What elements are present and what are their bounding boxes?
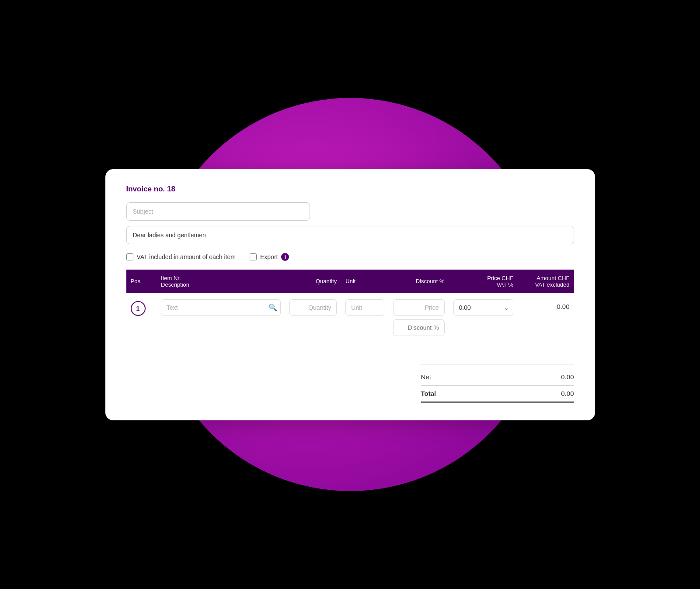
header-pos: Pos xyxy=(126,270,157,293)
total-label: Total xyxy=(421,390,436,397)
discount-price-stack xyxy=(393,299,445,336)
info-icon[interactable]: i xyxy=(281,253,289,261)
net-value: 0.00 xyxy=(561,373,574,381)
totals-section: Net 0.00 Total 0.00 xyxy=(421,351,574,403)
total-value: 0.00 xyxy=(561,390,574,397)
search-icon: 🔍 xyxy=(268,303,277,312)
cell-item: 🔍 xyxy=(157,293,285,342)
total-row: Total 0.00 xyxy=(421,385,574,403)
header-unit: Unit xyxy=(341,270,388,293)
quantity-input[interactable] xyxy=(289,299,337,316)
header-quantity: Quantity xyxy=(285,270,341,293)
export-checkbox[interactable] xyxy=(250,253,257,260)
table-header-row: Pos Item Nr. Description Quantity Unit D… xyxy=(126,270,574,293)
net-row: Net 0.00 xyxy=(421,369,574,385)
subject-input[interactable] xyxy=(126,202,310,221)
cell-discount-price xyxy=(389,293,449,342)
header-price: Price CHF VAT % xyxy=(449,270,518,293)
item-search-button[interactable]: 🔍 xyxy=(268,303,277,312)
price-input[interactable] xyxy=(393,299,445,316)
cell-quantity xyxy=(285,293,341,342)
item-text-input[interactable] xyxy=(161,299,281,316)
cell-pos: 1 xyxy=(126,293,157,342)
invoice-title: Invoice no. 18 xyxy=(126,185,574,194)
vat-select[interactable]: 0.00 2.50 7.70 xyxy=(453,299,513,316)
vat-checkbox[interactable] xyxy=(126,253,133,260)
invoice-table: Pos Item Nr. Description Quantity Unit D… xyxy=(126,270,574,342)
text-input-wrap: 🔍 xyxy=(161,299,281,316)
greeting-input[interactable] xyxy=(126,226,574,244)
invoice-card: Invoice no. 18 VAT included in amount of… xyxy=(105,169,595,420)
header-discount: Discount % xyxy=(389,270,449,293)
header-item: Item Nr. Description xyxy=(157,270,285,293)
row-number: 1 xyxy=(131,301,146,316)
vat-select-wrap: 0.00 2.50 7.70 ⌄ xyxy=(453,299,513,316)
net-label: Net xyxy=(421,373,431,381)
export-checkbox-label[interactable]: Export i xyxy=(250,253,289,261)
unit-input[interactable] xyxy=(345,299,384,316)
cell-unit xyxy=(341,293,388,342)
export-label-text: Export xyxy=(260,253,278,260)
cell-amount: 0.00 xyxy=(518,293,574,342)
discount-input[interactable] xyxy=(393,319,445,336)
table-row: 1 🔍 xyxy=(126,293,574,342)
cell-vat: 0.00 2.50 7.70 ⌄ xyxy=(449,293,518,342)
vat-label-text: VAT included in amount of each item xyxy=(137,253,236,260)
vat-checkbox-label[interactable]: VAT included in amount of each item xyxy=(126,253,236,260)
header-amount: Amount CHF VAT excluded xyxy=(518,270,574,293)
checkboxes-row: VAT included in amount of each item Expo… xyxy=(126,253,574,261)
totals-divider: Net 0.00 Total 0.00 xyxy=(421,364,574,403)
amount-value: 0.00 xyxy=(522,299,569,310)
